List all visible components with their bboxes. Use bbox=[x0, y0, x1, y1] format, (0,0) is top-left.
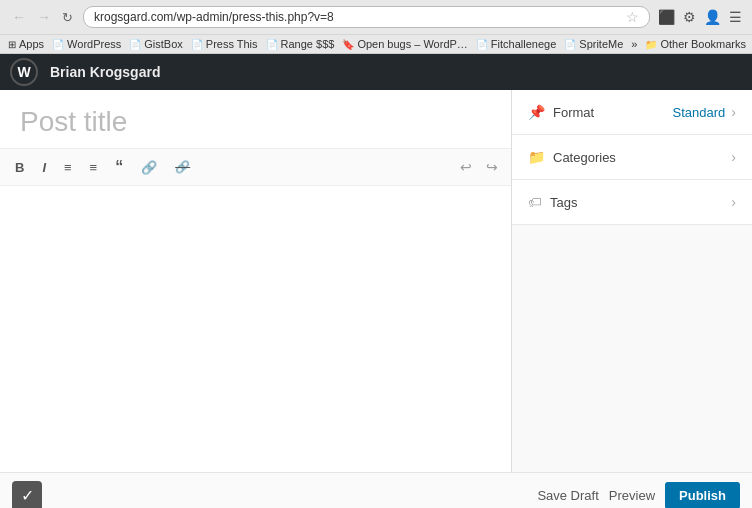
sidebar: 📌 Format Standard › 📁 Categories › 🏷 Tag… bbox=[512, 90, 752, 472]
editor-content[interactable] bbox=[0, 186, 511, 472]
format-label: Format bbox=[553, 105, 673, 120]
sidebar-row-format[interactable]: 📌 Format Standard › bbox=[512, 90, 752, 135]
url-text: krogsgard.com/wp-admin/press-this.php?v=… bbox=[94, 10, 626, 24]
browser-toolbar: ← → ↻ krogsgard.com/wp-admin/press-this.… bbox=[0, 0, 752, 34]
ordered-list-button[interactable]: ≡ bbox=[85, 157, 103, 178]
save-draft-button[interactable]: Save Draft bbox=[537, 488, 598, 503]
link-button[interactable]: 🔗 bbox=[136, 157, 162, 178]
categories-label: Categories bbox=[553, 150, 731, 165]
bookmark-range[interactable]: 📄 Range $$$ bbox=[266, 38, 335, 50]
italic-button[interactable]: I bbox=[37, 157, 51, 178]
wp-logo-text: W bbox=[17, 64, 30, 80]
back-button[interactable]: ← bbox=[8, 7, 30, 27]
format-value: Standard bbox=[673, 105, 726, 120]
wp-press-this-icon: ✓ bbox=[12, 481, 42, 509]
site-name: Brian Krogsgard bbox=[50, 64, 160, 80]
address-bar[interactable]: krogsgard.com/wp-admin/press-this.php?v=… bbox=[83, 6, 650, 28]
bookmark-other[interactable]: 📁 Other Bookmarks bbox=[645, 38, 746, 50]
post-title-area bbox=[0, 90, 511, 149]
extensions-icon[interactable]: ⬛ bbox=[656, 7, 677, 27]
bookmark-wordpress[interactable]: 📄 WordPress bbox=[52, 38, 121, 50]
bold-button[interactable]: B bbox=[10, 157, 29, 178]
format-chevron-icon: › bbox=[731, 104, 736, 120]
editor-area: B I ≡ ≡ “ 🔗 🔗 ↩ ↪ bbox=[0, 90, 512, 472]
bookmark-more[interactable]: » bbox=[631, 38, 637, 50]
forward-button[interactable]: → bbox=[33, 7, 55, 27]
tags-icon: 🏷 bbox=[528, 194, 542, 210]
bookmark-spriteme[interactable]: 📄 SpriteMe bbox=[564, 38, 623, 50]
bottom-right: Save Draft Preview Publish bbox=[537, 482, 740, 508]
editor-toolbar: B I ≡ ≡ “ 🔗 🔗 ↩ ↪ bbox=[0, 149, 511, 186]
unlink-button[interactable]: 🔗 bbox=[170, 157, 195, 177]
sidebar-row-tags[interactable]: 🏷 Tags › bbox=[512, 180, 752, 225]
wp-admin-bar: W Brian Krogsgard bbox=[0, 54, 752, 90]
main-layout: B I ≡ ≡ “ 🔗 🔗 ↩ ↪ 📌 Format Standard › 📁 … bbox=[0, 90, 752, 472]
post-title-input[interactable] bbox=[20, 106, 491, 138]
reload-button[interactable]: ↻ bbox=[58, 7, 77, 27]
settings-icon[interactable]: ⚙ bbox=[681, 7, 698, 27]
publish-button[interactable]: Publish bbox=[665, 482, 740, 508]
format-icon: 📌 bbox=[528, 104, 545, 120]
categories-icon: 📁 bbox=[528, 149, 545, 165]
browser-actions: ⬛ ⚙ 👤 ☰ bbox=[656, 7, 744, 27]
preview-button[interactable]: Preview bbox=[609, 488, 655, 503]
wp-logo[interactable]: W bbox=[10, 58, 38, 86]
unordered-list-button[interactable]: ≡ bbox=[59, 157, 77, 178]
undo-button[interactable]: ↩ bbox=[457, 156, 475, 178]
categories-chevron-icon: › bbox=[731, 149, 736, 165]
nav-buttons: ← → ↻ bbox=[8, 7, 77, 27]
bookmark-fitchallenege[interactable]: 📄 Fitchallenege bbox=[476, 38, 556, 50]
menu-icon[interactable]: ☰ bbox=[727, 7, 744, 27]
profile-icon[interactable]: 👤 bbox=[702, 7, 723, 27]
bookmark-star-icon[interactable]: ☆ bbox=[626, 9, 639, 25]
bookmark-press-this[interactable]: 📄 Press This bbox=[191, 38, 258, 50]
bookmarks-bar: ⊞ Apps 📄 WordPress 📄 GistBox 📄 Press Thi… bbox=[0, 34, 752, 53]
browser-chrome: ← → ↻ krogsgard.com/wp-admin/press-this.… bbox=[0, 0, 752, 54]
bottom-bar: ✓ Save Draft Preview Publish bbox=[0, 472, 752, 508]
bookmark-gistbox[interactable]: 📄 GistBox bbox=[129, 38, 183, 50]
sidebar-row-categories[interactable]: 📁 Categories › bbox=[512, 135, 752, 180]
bookmark-apps[interactable]: ⊞ Apps bbox=[8, 38, 44, 50]
blockquote-button[interactable]: “ bbox=[110, 155, 128, 179]
tags-chevron-icon: › bbox=[731, 194, 736, 210]
redo-button[interactable]: ↪ bbox=[483, 156, 501, 178]
bottom-left: ✓ bbox=[12, 481, 42, 509]
bookmark-open-bugs[interactable]: 🔖 Open bugs – WordP… bbox=[342, 38, 467, 50]
tags-label: Tags bbox=[550, 195, 731, 210]
